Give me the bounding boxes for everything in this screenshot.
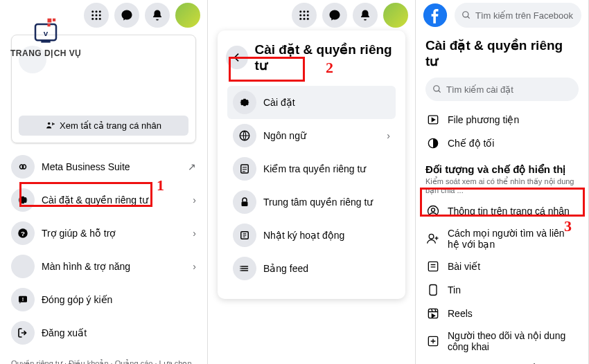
post-icon — [425, 260, 441, 273]
svg-point-20 — [299, 10, 301, 12]
view-all-profiles-button[interactable]: Xem tất cả trang cá nhân — [19, 116, 188, 136]
svg-rect-4 — [48, 24, 51, 26]
submenu-label: Kiểm tra quyền riêng tư — [263, 163, 390, 174]
footer-legal: Quyền riêng tư · Điều khoản · Quảng cáo … — [11, 358, 196, 364]
row-profile-info[interactable]: Thông tin trên trang cá nhân — [416, 199, 588, 223]
search-icon — [461, 10, 471, 20]
logout-icon — [11, 321, 35, 345]
svg-point-28 — [307, 18, 309, 20]
svg-rect-31 — [242, 201, 248, 206]
submenu-activity-log[interactable]: Nhật ký hoạt động — [227, 219, 396, 252]
section-audience-subtitle: Kiểm soát xem ai có thể nhìn thấy nội du… — [416, 177, 588, 199]
row-dark-mode[interactable]: Chế độ tối — [416, 131, 588, 155]
back-button[interactable] — [226, 46, 248, 69]
menu-logout[interactable]: Đăng xuất — [6, 316, 202, 349]
svg-text:?: ? — [21, 230, 25, 237]
gear-icon — [233, 91, 256, 114]
row-media-files[interactable]: File phương tiện — [416, 108, 588, 131]
svg-text:v: v — [44, 28, 49, 37]
search-icon — [432, 84, 442, 94]
search-placeholder: Tìm kiếm cài đặt — [446, 84, 513, 95]
row-followers[interactable]: Người theo dõi và nội dung công khai — [416, 325, 588, 357]
panel-settings-page: Tìm kiếm trên Facebook Cài đặt & quyền r… — [416, 0, 589, 364]
avatar-icon[interactable] — [383, 3, 408, 28]
row-label: Bài viết — [448, 261, 480, 272]
bell-icon[interactable] — [145, 3, 170, 28]
globe-icon — [233, 124, 256, 147]
facebook-logo[interactable] — [423, 3, 448, 28]
row-label: Cách mọi người tìm và liên hệ với bạn — [448, 228, 579, 250]
svg-text:!: ! — [22, 296, 24, 302]
view-all-label: Xem tất cả trang cá nhân — [60, 120, 161, 131]
watermark-label: TRANG DỊCH VỤ — [10, 48, 82, 58]
svg-rect-2 — [48, 19, 52, 23]
menu-give-feedback[interactable]: ! Đóng góp ý kiến — [6, 283, 202, 316]
menu-settings-privacy[interactable]: Cài đặt & quyền riêng tư › — [6, 183, 202, 217]
row-stories[interactable]: Tin — [416, 278, 588, 302]
page-title: Cài đặt & quyền riêng tư — [416, 30, 588, 75]
svg-point-12 — [91, 18, 94, 20]
reels-icon — [425, 307, 441, 320]
chevron-right-icon: › — [193, 194, 196, 206]
menu-display-accessibility[interactable]: Màn hình & trợ năng › — [6, 250, 202, 283]
infinity-icon — [11, 155, 35, 179]
apps-grid-icon[interactable] — [292, 3, 317, 28]
section-audience-title: Đối tượng và chế độ hiển thị — [416, 155, 588, 177]
checklist-icon — [233, 157, 256, 181]
menu-label: Đóng góp ý kiến — [42, 294, 196, 305]
search-facebook-input[interactable]: Tìm kiếm trên Facebook — [455, 3, 581, 28]
search-settings-input[interactable]: Tìm kiếm cài đặt — [425, 78, 579, 101]
svg-point-34 — [463, 12, 468, 17]
row-profile-tagging[interactable]: Trang cá nhân và gắn thẻ — [416, 357, 588, 364]
step-number-1: 1 — [157, 176, 164, 194]
moon-icon — [11, 255, 35, 278]
submenu-feed-prefs[interactable]: Bảng feed — [227, 252, 396, 285]
step-number-2: 2 — [326, 59, 333, 77]
feedback-icon: ! — [11, 288, 35, 311]
panel-settings-privacy: Cài đặt & quyền riêng tư Cài đặt Ngôn ng… — [208, 0, 416, 364]
svg-point-25 — [307, 15, 309, 17]
help-icon: ? — [11, 221, 35, 245]
menu-meta-business[interactable]: Meta Business Suite ↗ — [6, 150, 202, 183]
row-how-people-find[interactable]: Cách mọi người tìm và liên hệ với bạn — [416, 223, 588, 255]
messenger-icon[interactable] — [322, 3, 347, 28]
submenu-privacy-checkup[interactable]: Kiểm tra quyền riêng tư — [227, 152, 396, 185]
submenu-settings[interactable]: Cài đặt — [227, 86, 396, 119]
row-label: Tin — [448, 284, 461, 295]
row-label: Chế độ tối — [448, 138, 494, 149]
row-reels[interactable]: Reels — [416, 302, 588, 325]
apps-grid-icon[interactable] — [84, 3, 109, 28]
submenu-privacy-center[interactable]: Trung tâm quyền riêng tư — [227, 185, 396, 219]
svg-point-40 — [429, 234, 434, 239]
chevron-right-icon: › — [193, 228, 196, 239]
submenu-language[interactable]: Ngôn ngữ › — [227, 119, 396, 152]
row-label: Người theo dõi và nội dung công khai — [448, 330, 579, 352]
topbar: Tìm kiếm trên Facebook — [416, 0, 588, 30]
user-add-icon — [425, 232, 441, 246]
follow-icon — [425, 334, 441, 348]
gear-icon — [11, 188, 35, 212]
svg-point-22 — [307, 10, 309, 12]
row-posts[interactable]: Bài viết — [416, 255, 588, 278]
bell-icon[interactable] — [353, 3, 378, 28]
settings-submenu: Cài đặt Ngôn ngữ › Kiểm tra quyền riêng … — [227, 86, 396, 285]
submenu-label: Nhật ký hoạt động — [263, 230, 390, 241]
user-circle-icon — [425, 204, 441, 218]
svg-rect-1 — [42, 40, 51, 42]
dark-mode-icon — [425, 136, 441, 150]
messenger-icon[interactable] — [114, 3, 139, 28]
play-box-icon — [425, 113, 441, 127]
account-menu-list: Meta Business Suite ↗ Cài đặt & quyền ri… — [6, 150, 202, 349]
svg-rect-41 — [428, 262, 437, 271]
svg-point-24 — [304, 15, 306, 17]
submenu-label: Ngôn ngữ — [263, 130, 380, 141]
feed-icon — [233, 257, 256, 280]
chevron-right-icon: › — [193, 261, 196, 272]
svg-point-13 — [96, 18, 98, 20]
panel-header: Cài đặt & quyền riêng tư — [222, 37, 401, 80]
avatar-icon[interactable] — [175, 3, 200, 28]
search-placeholder: Tìm kiếm trên Facebook — [475, 10, 573, 21]
submenu-label: Trung tâm quyền riêng tư — [263, 197, 390, 208]
svg-point-14 — [99, 18, 101, 20]
menu-help-support[interactable]: ? Trợ giúp & hỗ trợ › — [6, 217, 202, 250]
